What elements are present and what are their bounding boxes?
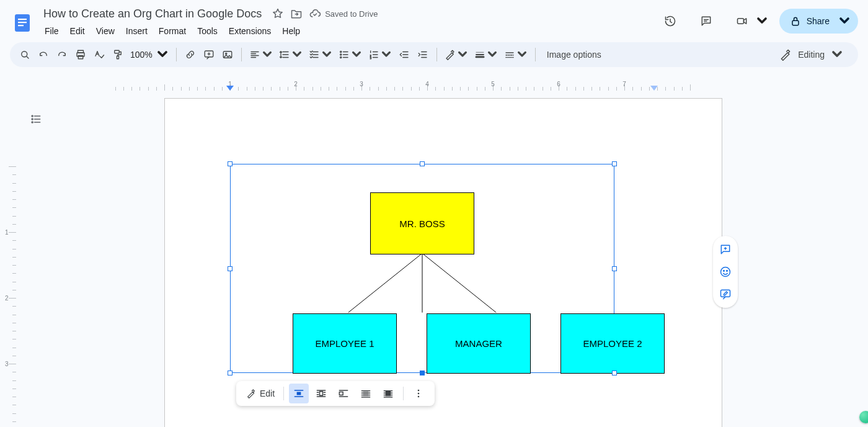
insert-image-icon[interactable] xyxy=(219,46,236,63)
increase-indent-icon[interactable] xyxy=(414,46,432,63)
resize-handle-ml[interactable] xyxy=(228,266,232,271)
svg-point-19 xyxy=(32,119,33,120)
print-icon[interactable] xyxy=(72,46,89,63)
org-node-employee-2[interactable]: EMPLOYEE 2 xyxy=(560,313,665,374)
in-front-text-icon[interactable] xyxy=(378,384,398,403)
add-comment-icon[interactable] xyxy=(200,46,218,63)
svg-line-21 xyxy=(348,253,422,312)
share-button[interactable]: Share xyxy=(779,9,858,34)
share-caret-icon[interactable] xyxy=(838,15,851,27)
menu-view[interactable]: View xyxy=(91,24,120,38)
align-dropdown[interactable] xyxy=(247,46,275,63)
add-emoji-reaction-icon[interactable] xyxy=(715,262,735,282)
border-color-dropdown[interactable] xyxy=(442,46,471,63)
org-node-manager[interactable]: MANAGER xyxy=(427,313,531,374)
border-weight-dropdown[interactable] xyxy=(472,46,500,63)
resize-handle-br[interactable] xyxy=(612,371,617,375)
more-options-icon[interactable] xyxy=(409,384,428,403)
menu-tools[interactable]: Tools xyxy=(192,24,223,38)
resize-handle-bl[interactable] xyxy=(228,371,232,375)
menu-file[interactable]: File xyxy=(40,24,64,38)
svg-rect-28 xyxy=(386,391,391,396)
svg-rect-10 xyxy=(115,50,120,53)
redo-icon[interactable] xyxy=(53,46,71,63)
border-dash-dropdown[interactable] xyxy=(502,46,530,63)
svg-rect-25 xyxy=(320,392,323,396)
explore-button[interactable] xyxy=(859,411,868,423)
menu-help[interactable]: Help xyxy=(277,24,305,38)
editing-mode-caret-icon xyxy=(831,48,843,61)
suggest-edits-icon[interactable] xyxy=(715,284,735,304)
svg-point-29 xyxy=(418,390,420,392)
svg-point-32 xyxy=(721,267,730,277)
behind-text-icon[interactable] xyxy=(356,384,376,403)
drawing-selection[interactable]: MR. BOSS EMPLOYEE 1 MANAGER EMPLOYEE 2 xyxy=(230,164,614,373)
org-node-employee-2-label: EMPLOYEE 2 xyxy=(583,338,642,349)
move-to-folder-icon[interactable] xyxy=(290,7,303,20)
org-node-employee-1[interactable]: EMPLOYEE 1 xyxy=(293,313,397,374)
docs-logo[interactable] xyxy=(10,6,35,40)
open-comments-icon[interactable] xyxy=(694,9,719,34)
svg-rect-3 xyxy=(18,25,24,26)
break-text-icon[interactable] xyxy=(334,384,353,403)
wrap-inline-icon[interactable] xyxy=(289,384,309,403)
svg-point-30 xyxy=(418,393,420,395)
document-outline-icon[interactable] xyxy=(25,108,47,130)
paint-format-icon[interactable] xyxy=(109,46,126,63)
version-history-icon[interactable] xyxy=(658,9,683,34)
document-title[interactable]: How to Create an Org Chart in Google Doc… xyxy=(40,6,265,22)
svg-point-14 xyxy=(225,53,226,54)
edit-drawing-label: Edit xyxy=(260,389,275,398)
svg-rect-9 xyxy=(78,56,83,59)
meet-caret-icon[interactable] xyxy=(756,15,768,27)
line-spacing-dropdown[interactable] xyxy=(277,46,305,63)
svg-line-23 xyxy=(422,253,496,312)
search-menus-icon[interactable] xyxy=(16,46,33,63)
org-node-boss-label: MR. BOSS xyxy=(399,218,445,229)
main-toolbar: 100% Image options Editing xyxy=(10,42,858,67)
checklist-dropdown[interactable] xyxy=(306,46,335,63)
spellcheck-icon[interactable] xyxy=(91,46,108,63)
resize-handle-mr[interactable] xyxy=(612,266,617,271)
wrap-text-icon[interactable] xyxy=(311,384,331,403)
image-options-button[interactable]: Image options xyxy=(541,50,608,60)
numbered-list-dropdown[interactable] xyxy=(366,46,394,63)
svg-rect-4 xyxy=(737,19,743,24)
menu-insert[interactable]: Insert xyxy=(121,24,153,38)
org-node-boss[interactable]: MR. BOSS xyxy=(370,192,474,254)
resize-handle-tr[interactable] xyxy=(612,161,617,166)
meet-icon[interactable] xyxy=(730,9,755,34)
cloud-saved-icon xyxy=(309,7,321,20)
add-comment-floating-icon[interactable] xyxy=(715,240,735,259)
svg-point-31 xyxy=(418,396,420,398)
editing-mode-label: Editing xyxy=(798,50,825,60)
svg-point-15 xyxy=(340,51,341,52)
pencil-icon xyxy=(246,389,256,398)
svg-rect-24 xyxy=(297,392,301,395)
svg-point-16 xyxy=(340,54,341,55)
image-context-toolbar: Edit xyxy=(236,381,435,406)
resize-handle-tl[interactable] xyxy=(228,161,232,166)
vertical-ruler[interactable]: 123 xyxy=(6,166,20,427)
horizontal-ruler[interactable]: 1234567 xyxy=(0,81,868,93)
resize-handle-tm[interactable] xyxy=(420,161,425,166)
bulleted-list-dropdown[interactable] xyxy=(336,46,365,63)
svg-rect-35 xyxy=(721,290,730,297)
zoom-select[interactable]: 100% xyxy=(128,48,171,61)
menu-format[interactable]: Format xyxy=(154,24,191,38)
zoom-value: 100% xyxy=(130,50,153,60)
document-page[interactable]: MR. BOSS EMPLOYEE 1 MANAGER EMPLOYEE 2 xyxy=(164,98,722,427)
menu-extensions[interactable]: Extensions xyxy=(224,24,276,38)
star-icon[interactable] xyxy=(272,7,284,20)
menu-bar: File Edit View Insert Format Tools Exten… xyxy=(40,22,378,42)
svg-rect-5 xyxy=(792,20,799,25)
insert-link-icon[interactable] xyxy=(182,46,199,63)
resize-handle-bm[interactable] xyxy=(420,371,425,375)
decrease-indent-icon[interactable] xyxy=(396,46,413,63)
menu-edit[interactable]: Edit xyxy=(65,24,90,38)
undo-icon[interactable] xyxy=(35,46,52,63)
svg-point-34 xyxy=(727,271,728,272)
zoom-caret-icon xyxy=(156,48,169,61)
editing-mode-select[interactable]: Editing xyxy=(771,48,852,61)
edit-drawing-button[interactable]: Edit xyxy=(242,384,278,403)
